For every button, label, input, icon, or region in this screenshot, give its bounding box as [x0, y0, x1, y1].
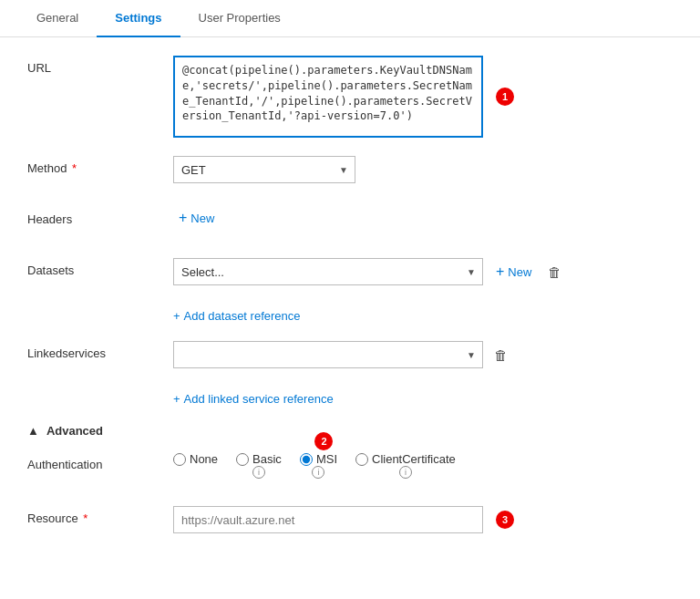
auth-clientcert-label: ClientCertificate [372, 452, 456, 466]
datasets-add-ref-row: + Add dataset reference [173, 309, 673, 323]
linkedservices-select-wrapper: ▼ [173, 341, 483, 368]
settings-content: URL @concat(pipeline().parameters.KeyVau… [0, 37, 700, 575]
datasets-delete-button[interactable]: 🗑 [544, 261, 565, 284]
url-badge: 1 [496, 88, 514, 106]
authentication-control-area: None Basic i 2 MSI i ClientCertificate i [173, 452, 673, 466]
linkedservices-row: Linkedservices ▼ 🗑 [27, 341, 673, 374]
authentication-radio-group: None Basic i 2 MSI i ClientCertificate i [173, 452, 456, 466]
resource-row: Resource * 3 [27, 506, 673, 539]
resource-input[interactable] [173, 506, 483, 533]
datasets-select-wrapper: Select... ▼ [173, 258, 483, 285]
auth-clientcert-info-icon[interactable]: i [399, 466, 412, 479]
url-label: URL [27, 56, 173, 75]
url-row: URL @concat(pipeline().parameters.KeyVau… [27, 56, 673, 138]
linkedservices-label: Linkedservices [27, 341, 173, 360]
datasets-add-ref-button[interactable]: + Add dataset reference [173, 309, 301, 323]
datasets-add-ref-label: Add dataset reference [184, 309, 301, 323]
headers-new-label: New [190, 212, 214, 225]
url-control-area: @concat(pipeline().parameters.KeyVaultDN… [173, 56, 673, 138]
method-label: Method * [27, 156, 173, 175]
datasets-delete-icon: 🗑 [548, 264, 561, 280]
auth-msi-item: 2 MSI i [300, 452, 337, 466]
method-required: * [68, 161, 77, 175]
auth-none-item: None [173, 452, 218, 466]
advanced-header[interactable]: ▲ Advanced [27, 424, 673, 438]
authentication-row: Authentication None Basic i 2 MSI i [27, 452, 673, 488]
resource-required: * [80, 511, 88, 525]
method-row: Method * GET POST PUT DELETE PATCH ▼ [27, 156, 673, 189]
headers-control-area: + New [173, 207, 673, 229]
headers-plus-icon: + [179, 211, 187, 225]
auth-basic-item: Basic i [236, 452, 282, 466]
auth-basic-label: Basic [252, 452, 282, 466]
linkedservices-add-ref-row: + Add linked service reference [173, 392, 673, 406]
headers-row: Headers + New [27, 207, 673, 240]
auth-clientcert-item: ClientCertificate i [355, 452, 456, 466]
auth-clientcert-radio[interactable] [355, 453, 368, 466]
headers-label: Headers [27, 207, 173, 226]
auth-msi-info-icon[interactable]: i [312, 466, 324, 479]
datasets-control-area: Select... ▼ + New 🗑 [173, 258, 673, 285]
auth-msi-badge: 2 [314, 432, 333, 450]
authentication-label: Authentication [27, 452, 173, 471]
auth-msi-label: MSI [316, 452, 337, 466]
datasets-new-button[interactable]: + New [490, 261, 537, 283]
tab-general[interactable]: General [18, 0, 97, 37]
auth-msi-radio[interactable] [300, 453, 313, 466]
url-textarea[interactable]: @concat(pipeline().parameters.KeyVaultDN… [173, 56, 483, 138]
datasets-new-label: New [508, 265, 531, 279]
method-control-area: GET POST PUT DELETE PATCH ▼ [173, 156, 673, 183]
auth-basic-radio[interactable] [236, 453, 249, 466]
headers-new-button[interactable]: + New [173, 207, 220, 229]
method-select[interactable]: GET POST PUT DELETE PATCH [173, 156, 355, 183]
linkedservices-select[interactable] [173, 341, 483, 368]
tab-user-properties[interactable]: User Properties [180, 0, 299, 37]
linkedservices-control-area: ▼ 🗑 [173, 341, 673, 368]
linkedservices-add-ref-label: Add linked service reference [184, 392, 334, 406]
datasets-add-ref-plus-icon: + [173, 309, 180, 323]
auth-none-radio[interactable] [173, 453, 186, 466]
datasets-label: Datasets [27, 258, 173, 277]
linkedservices-add-ref-button[interactable]: + Add linked service reference [173, 392, 334, 406]
auth-basic-info-icon[interactable]: i [252, 466, 265, 479]
tab-settings[interactable]: Settings [97, 0, 180, 37]
resource-label: Resource * [27, 506, 173, 525]
advanced-label: Advanced [46, 424, 103, 438]
linkedservices-add-ref-plus-icon: + [173, 392, 180, 406]
auth-none-label: None [190, 452, 218, 466]
resource-control-area: 3 [173, 506, 673, 533]
advanced-collapse-icon: ▲ [27, 424, 39, 438]
resource-badge: 3 [496, 511, 514, 529]
method-select-wrapper: GET POST PUT DELETE PATCH ▼ [173, 156, 355, 183]
datasets-select[interactable]: Select... [173, 258, 483, 285]
datasets-plus-icon: + [496, 264, 504, 279]
datasets-row: Datasets Select... ▼ + New 🗑 [27, 258, 673, 291]
tab-bar: General Settings User Properties [0, 0, 700, 37]
linkedservices-delete-icon: 🗑 [494, 347, 508, 363]
linkedservices-delete-button[interactable]: 🗑 [490, 344, 511, 367]
